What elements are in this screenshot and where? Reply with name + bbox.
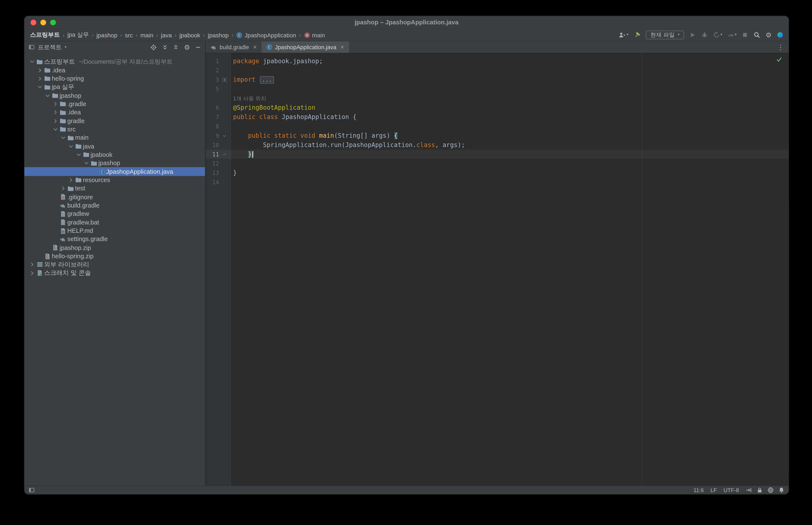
breadcrumb-item[interactable]: jpabook xyxy=(179,32,201,38)
code-line[interactable]: 13} xyxy=(206,168,789,178)
chevron-right-icon[interactable] xyxy=(52,102,59,106)
fold-marker-icon[interactable] xyxy=(219,152,230,156)
coverage-icon[interactable]: ▾ xyxy=(713,32,722,39)
run-configuration-select[interactable]: 현재 파일 ▾ xyxy=(646,31,684,39)
line-number[interactable]: 3 xyxy=(206,76,219,83)
breadcrumb-item[interactable]: mmain xyxy=(303,32,326,38)
fold-marker-icon[interactable] xyxy=(219,77,230,82)
code-line[interactable]: 2 xyxy=(206,66,789,75)
chevron-down-icon[interactable] xyxy=(36,85,43,90)
line-number[interactable]: 13 xyxy=(206,169,219,176)
usage-hint-line[interactable]: 1개 사용 위치 xyxy=(206,94,789,103)
tree-item-jpashop[interactable]: jpashop xyxy=(25,159,205,167)
chevron-right-icon[interactable] xyxy=(28,271,35,276)
code-line[interactable]: 10 SpringApplication.run(JpashopApplicat… xyxy=(206,140,789,150)
close-tab-icon[interactable]: × xyxy=(253,44,257,50)
expand-all-icon[interactable] xyxy=(162,44,168,50)
code-line[interactable]: 14 xyxy=(206,178,789,187)
tool-window-switcher-icon[interactable] xyxy=(28,487,34,493)
code-content[interactable]: 1package jpabook.jpashop;23import ...51개… xyxy=(206,57,789,187)
gutter-cell[interactable]: 3 xyxy=(206,76,231,83)
lock-icon[interactable] xyxy=(756,487,763,493)
tree-item-jpashop[interactable]: jpashop xyxy=(25,91,205,100)
usages-inlay-hint[interactable]: 1개 사용 위치 xyxy=(233,95,266,101)
locate-icon[interactable] xyxy=(150,44,157,50)
editor[interactable]: 1package jpabook.jpashop;23import ...51개… xyxy=(206,53,789,485)
close-tab-icon[interactable]: × xyxy=(341,44,344,50)
profile-icon[interactable] xyxy=(777,32,784,39)
code-line[interactable]: 5 xyxy=(206,85,789,94)
breadcrumb-item[interactable]: jpa 실무 xyxy=(67,31,89,39)
chevron-right-icon[interactable] xyxy=(52,110,59,115)
line-number[interactable]: 10 xyxy=(206,141,219,148)
line-number[interactable]: 14 xyxy=(206,179,219,186)
code-line[interactable]: 1package jpabook.jpashop; xyxy=(206,57,789,66)
tree-item-settings.gradle[interactable]: settings.gradle xyxy=(25,235,205,244)
stop-icon[interactable] xyxy=(742,32,749,39)
chevron-down-icon[interactable] xyxy=(75,152,82,157)
tree-item-.idea[interactable]: .idea xyxy=(25,66,205,74)
collapse-all-icon[interactable] xyxy=(173,44,179,50)
chevron-down-icon[interactable] xyxy=(67,144,74,149)
code-line[interactable]: 7public class JpashopApplication { xyxy=(206,112,789,122)
gutter-cell[interactable]: 1 xyxy=(206,58,231,64)
chevron-right-icon[interactable] xyxy=(36,68,43,73)
chevron-right-icon[interactable] xyxy=(28,262,35,267)
tree-item-스크래치-및-콘솔[interactable]: 스크래치 및 콘솔 xyxy=(25,269,205,278)
line-number[interactable]: 11 xyxy=(206,151,219,158)
chevron-down-icon[interactable] xyxy=(52,127,59,132)
tree-item-gradlew.bat[interactable]: gradlew.bat xyxy=(25,218,205,227)
caret-position-widget[interactable]: 11:6 xyxy=(694,487,704,493)
code-line[interactable]: 11 } xyxy=(206,150,789,159)
chevron-down-icon[interactable] xyxy=(44,93,51,98)
indent-icon[interactable] xyxy=(746,487,752,493)
run-icon[interactable] xyxy=(690,32,696,39)
chevron-right-icon[interactable] xyxy=(67,177,74,182)
chevron-right-icon[interactable] xyxy=(36,76,43,81)
editor-tab-jpashopapplication.java[interactable]: CJpashopApplication.java× xyxy=(261,41,349,53)
tree-item-hello-spring.zip[interactable]: hello-spring.zip xyxy=(25,252,205,260)
gutter-cell[interactable]: 9 xyxy=(206,132,231,139)
chevron-down-icon[interactable] xyxy=(28,59,35,64)
line-number[interactable]: 9 xyxy=(206,132,219,139)
global-icon[interactable] xyxy=(767,487,773,493)
fold-marker-icon[interactable] xyxy=(219,133,230,138)
tree-item-.idea[interactable]: .idea xyxy=(25,108,205,117)
tab-options-kebab-icon[interactable]: ⋮ xyxy=(778,43,784,51)
line-number[interactable]: 7 xyxy=(206,114,219,120)
gutter-cell[interactable]: 13 xyxy=(206,169,231,176)
debug-icon[interactable] xyxy=(702,32,708,39)
code-line[interactable]: 9 public static void main(String[] args)… xyxy=(206,131,789,140)
tree-item-help.md[interactable]: MHELP.md xyxy=(25,227,205,235)
hide-icon[interactable] xyxy=(195,44,201,50)
gutter-cell[interactable]: 8 xyxy=(206,123,231,130)
collaboration-icon[interactable]: ▾ xyxy=(618,32,629,39)
editor-tab-build.gradle[interactable]: build.gradle× xyxy=(206,41,261,53)
tree-item-main[interactable]: main xyxy=(25,134,205,142)
encoding-widget[interactable]: UTF-8 xyxy=(724,487,739,493)
line-number[interactable]: 12 xyxy=(206,160,219,167)
line-number[interactable]: 6 xyxy=(206,104,219,111)
chevron-right-icon[interactable] xyxy=(59,186,66,191)
breadcrumb-item[interactable]: src xyxy=(124,32,133,38)
tree-item-jpabook[interactable]: jpabook xyxy=(25,150,205,159)
gutter-cell[interactable]: 2 xyxy=(206,67,231,74)
chevron-down-icon[interactable] xyxy=(83,161,90,166)
line-number[interactable]: 2 xyxy=(206,67,219,74)
breadcrumb-item[interactable]: java xyxy=(160,32,172,38)
chevron-down-icon[interactable]: ▾ xyxy=(65,45,67,49)
breadcrumb-item[interactable]: 스프링부트 xyxy=(30,31,60,39)
tree-item-스프링부트[interactable]: 스프링부트~/Documents/공부 자료/스프링부트 xyxy=(25,58,205,66)
tree-item-build.gradle[interactable]: build.gradle xyxy=(25,201,205,210)
line-number[interactable]: 1 xyxy=(206,58,219,64)
tree-item-resources[interactable]: resources xyxy=(25,176,205,184)
gutter-cell[interactable]: 10 xyxy=(206,141,231,148)
gutter-cell[interactable]: 12 xyxy=(206,160,231,167)
line-separator-widget[interactable]: LF xyxy=(710,487,717,493)
chevron-right-icon[interactable] xyxy=(52,118,59,123)
tree-item-hello-spring[interactable]: hello-spring xyxy=(25,74,205,83)
breadcrumb-item[interactable]: main xyxy=(140,32,154,38)
search-icon[interactable] xyxy=(754,32,761,39)
inspections-ok-icon[interactable] xyxy=(776,56,782,63)
project-panel-title[interactable]: 프로젝트 xyxy=(38,43,62,51)
